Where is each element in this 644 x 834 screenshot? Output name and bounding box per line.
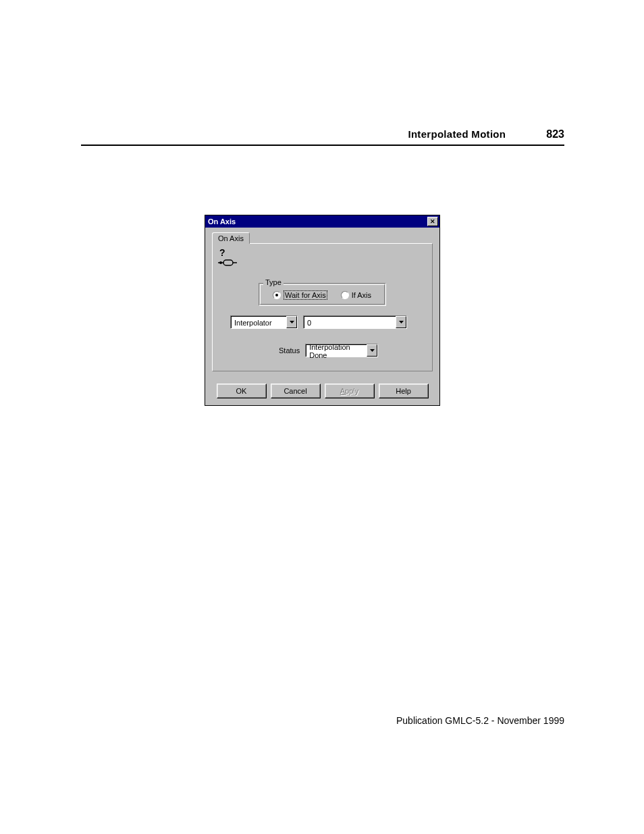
close-button[interactable]: ✕ (427, 217, 438, 226)
help-button[interactable]: Help (379, 384, 429, 398)
combo-value: 0 (307, 319, 311, 327)
block-icon (218, 259, 427, 267)
on-axis-dialog: On Axis ✕ On Axis ? Type (205, 215, 440, 406)
combo-value: Interpolation Done (309, 343, 364, 359)
button-row: OK Cancel Apply Help (205, 378, 439, 405)
tab-label: On Axis (218, 234, 244, 242)
page-number: 823 (546, 128, 564, 140)
combo-value: Interpolator (234, 319, 272, 327)
header-title: Interpolated Motion (408, 128, 506, 140)
interpolator-row: Interpolator 0 (230, 315, 427, 329)
dialog-title: On Axis (208, 217, 427, 226)
help-icon[interactable]: ? (219, 248, 427, 257)
type-groupbox: Type Wait for Axis If Axis (259, 283, 386, 306)
tab-panel: ? Type Wait for Axis (212, 243, 433, 371)
radio-row: Wait for Axis If Axis (273, 290, 380, 300)
cancel-button[interactable]: Cancel (271, 384, 321, 398)
svg-point-1 (219, 261, 222, 264)
radio-label: If Axis (352, 291, 371, 299)
svg-marker-5 (399, 321, 404, 323)
radio-if-axis[interactable]: If Axis (341, 291, 371, 299)
svg-marker-6 (370, 349, 375, 352)
radio-label: Wait for Axis (284, 290, 327, 300)
tab-on-axis[interactable]: On Axis (212, 232, 250, 244)
interpolator-number-combo[interactable]: 0 (303, 315, 407, 329)
status-combo[interactable]: Interpolation Done (305, 344, 378, 357)
svg-marker-4 (290, 321, 294, 323)
apply-button: Apply (325, 384, 375, 398)
radio-wait-for-axis[interactable]: Wait for Axis (273, 290, 327, 300)
group-legend: Type (263, 278, 284, 286)
ok-button[interactable]: OK (217, 384, 267, 398)
chevron-down-icon[interactable] (367, 344, 377, 357)
chevron-down-icon[interactable] (396, 316, 406, 328)
page-header: Interpolated Motion 823 (81, 128, 564, 146)
titlebar[interactable]: On Axis ✕ (205, 215, 439, 228)
close-icon: ✕ (430, 219, 435, 225)
publication-footer: Publication GMLC-5.2 - November 1999 (396, 715, 564, 726)
status-row: Status Interpolation Done (279, 344, 427, 357)
interpolator-combo[interactable]: Interpolator (230, 315, 298, 329)
tab-row: On Axis (212, 232, 433, 243)
svg-rect-2 (223, 260, 233, 265)
dialog-body: On Axis ? Type Wait for Axis (205, 228, 439, 378)
radio-icon (273, 291, 281, 299)
radio-icon (341, 291, 349, 299)
chevron-down-icon[interactable] (286, 316, 297, 328)
status-label: Status (279, 346, 300, 355)
